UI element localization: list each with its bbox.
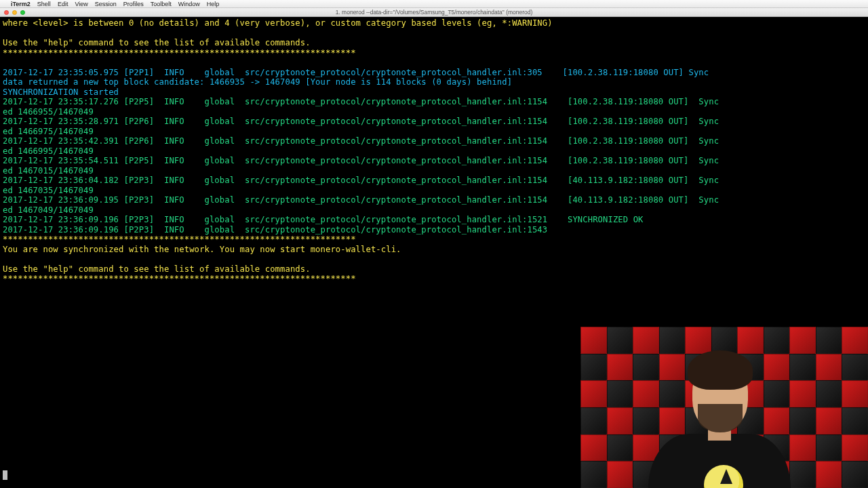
menubar-item-shell[interactable]: Shell — [37, 1, 51, 7]
tab-title: 1. monerod --data-dir="/Volumes/Samsung_… — [0, 9, 868, 16]
menubar-item-window[interactable]: Window — [178, 1, 200, 7]
menubar-item-toolbelt[interactable]: Toolbelt — [151, 1, 172, 7]
menubar-item-profiles[interactable]: Profiles — [123, 1, 144, 7]
menubar-item-help[interactable]: Help — [207, 1, 220, 7]
terminal-cursor — [3, 470, 7, 480]
webcam-person — [628, 359, 804, 488]
terminal-output: where <level> is between 0 (no details) … — [3, 18, 865, 284]
menubar-app-name[interactable]: iTerm2 — [11, 1, 31, 7]
menubar-item-edit[interactable]: Edit — [58, 1, 68, 7]
menubar-item-session[interactable]: Session — [95, 1, 117, 7]
window-titlebar[interactable]: 1. monerod --data-dir="/Volumes/Samsung_… — [0, 8, 868, 17]
webcam-overlay — [580, 327, 868, 488]
menubar-item-view[interactable]: View — [75, 1, 87, 7]
macos-menubar[interactable]: iTerm2 Shell Edit View Session Profiles … — [0, 0, 868, 8]
